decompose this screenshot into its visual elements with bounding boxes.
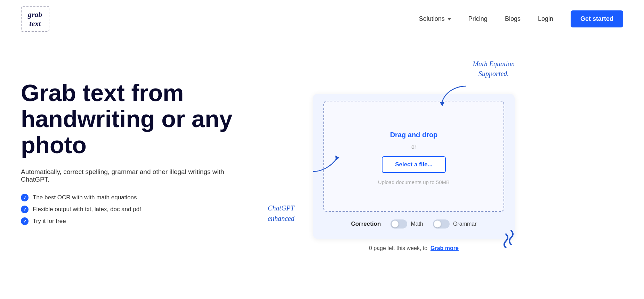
grammar-toggle[interactable]	[433, 219, 450, 229]
hero-right: Math Equation Supported. Drag and drop o…	[313, 59, 515, 251]
logo-line2: text	[29, 19, 41, 28]
nav-solutions[interactable]: Solutions	[419, 15, 451, 23]
upload-status: 0 page left this week, to Grab more	[313, 245, 515, 251]
status-text: 0 page left this week, to	[369, 245, 427, 251]
nav-links: Solutions Pricing Blogs Login Get starte…	[419, 10, 623, 27]
logo-line1: grab	[28, 10, 42, 19]
feature-item-2: Flexible output with txt, latex, doc and…	[21, 206, 299, 213]
check-icon-1	[21, 194, 29, 201]
upload-drop-zone[interactable]: Drag and drop or Select a file... Upload…	[323, 101, 504, 212]
drag-drop-label: Drag and drop	[390, 131, 438, 139]
hero-left: Grab text from handwriting or any photo …	[21, 59, 299, 225]
feature-list: The best OCR with with math equations Fl…	[21, 194, 299, 225]
math-arrow-icon	[431, 83, 473, 110]
svg-marker-0	[440, 102, 444, 106]
check-icon-2	[21, 206, 29, 213]
math-toggle-group: Math	[391, 219, 423, 229]
logo[interactable]: grab text	[21, 6, 49, 32]
wave-decoration	[494, 227, 515, 248]
feature-text-2: Flexible output with txt, latex, doc and…	[33, 206, 141, 213]
math-toggle-label: Math	[411, 221, 423, 227]
hero-section: Grab text from handwriting or any photo …	[0, 38, 644, 281]
feature-text-3: Try it for free	[33, 218, 66, 225]
check-icon-3	[21, 217, 29, 225]
hero-subtitle: Automatically, correct spelling, grammar…	[21, 168, 236, 183]
correction-label: Correction	[351, 221, 381, 227]
math-toggle[interactable]	[391, 219, 407, 229]
feature-text-1: The best OCR with with math equations	[33, 194, 137, 201]
hero-title: Grab text from handwriting or any photo	[21, 80, 299, 158]
select-file-button[interactable]: Select a file...	[382, 156, 446, 173]
grammar-toggle-label: Grammar	[453, 221, 477, 227]
navigation: grab text Solutions Pricing Blogs Login …	[0, 0, 644, 38]
toggles-row: Correction Math Grammar	[323, 219, 504, 229]
or-divider: or	[411, 144, 416, 150]
grab-more-link[interactable]: Grab more	[430, 245, 459, 251]
upload-hint: Upload documents up to 50MB	[378, 179, 450, 185]
chatgpt-arrow-icon	[303, 151, 344, 178]
nav-login[interactable]: Login	[538, 15, 553, 23]
math-annotation: Math Equation Supported.	[473, 59, 515, 78]
nav-blogs[interactable]: Blogs	[505, 15, 521, 23]
feature-item-3: Try it for free	[21, 217, 299, 225]
chevron-down-icon	[448, 18, 451, 20]
chatgpt-annotation: ChatGPT enhanced	[268, 203, 295, 224]
nav-pricing[interactable]: Pricing	[468, 15, 488, 23]
feature-item-1: The best OCR with with math equations	[21, 194, 299, 201]
grammar-toggle-group: Grammar	[433, 219, 477, 229]
svg-marker-1	[335, 156, 339, 160]
get-started-button[interactable]: Get started	[571, 10, 623, 27]
